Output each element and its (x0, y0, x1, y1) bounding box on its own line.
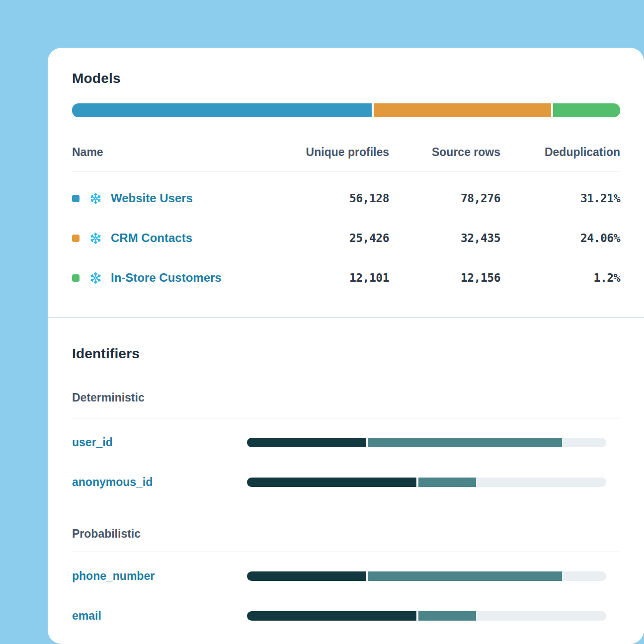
identifier-coverage-bar (247, 571, 606, 581)
deduplication-value: 24.06% (500, 232, 620, 244)
identifier-coverage-bar (247, 611, 606, 621)
model-distribution-bar (72, 103, 620, 117)
group-divider (72, 552, 620, 552)
unique-profiles-value: 25,426 (290, 232, 389, 244)
models-table-header: Name Unique profiles Source rows Dedupli… (72, 144, 620, 160)
identifier-row: anonymous_id (72, 462, 620, 502)
column-header-name: Name (72, 144, 290, 160)
model-name-link[interactable]: CRM Contacts (111, 231, 192, 245)
distribution-segment-website-users (72, 103, 372, 117)
coverage-primary-segment (247, 478, 416, 487)
identifier-row: user_id (72, 422, 620, 462)
identifier-name-link[interactable]: user_id (72, 436, 247, 449)
page-background: { "page": { "background_color": "#8ccdee… (0, 0, 644, 644)
identifier-coverage-bar (247, 478, 606, 487)
identifier-row: phone_number (72, 556, 620, 596)
identifier-name-link[interactable]: email (72, 609, 247, 623)
group-divider (72, 418, 620, 418)
group-heading-probabilistic: Probabilistic (72, 527, 620, 541)
column-header-unique-profiles: Unique profiles (290, 144, 389, 160)
models-section-title: Models (72, 70, 620, 87)
model-name-cell: In-Store Customers (72, 271, 290, 285)
legend-swatch (72, 274, 80, 282)
table-row: Website Users 56,128 78,276 31.21% (72, 178, 620, 218)
column-header-source-rows: Source rows (389, 144, 500, 160)
deduplication-value: 31.21% (500, 192, 620, 205)
identifier-coverage-bar (247, 438, 606, 447)
identifier-row: email (72, 596, 620, 636)
unique-profiles-value: 12,101 (290, 271, 389, 284)
table-row: In-Store Customers 12,101 12,156 1.2% (72, 258, 620, 298)
snowflake-icon (89, 232, 102, 245)
distribution-segment-in-store-customers (553, 103, 620, 117)
source-rows-value: 78,276 (389, 192, 500, 205)
identifiers-section-title: Identifiers (72, 345, 620, 363)
coverage-primary-segment (247, 438, 366, 447)
unique-profiles-value: 56,128 (290, 192, 389, 205)
source-rows-value: 32,435 (389, 232, 500, 244)
model-name-link[interactable]: Website Users (111, 191, 193, 205)
coverage-primary-segment (247, 611, 416, 621)
snowflake-icon (89, 192, 102, 205)
identifier-name-link[interactable]: phone_number (72, 569, 247, 583)
identifier-name-link[interactable]: anonymous_id (72, 476, 247, 489)
coverage-secondary-segment (368, 571, 562, 581)
coverage-secondary-segment (418, 611, 476, 621)
coverage-secondary-segment (368, 438, 562, 447)
source-rows-value: 12,156 (389, 271, 500, 284)
table-header-divider (72, 171, 620, 171)
model-name-link[interactable]: In-Store Customers (111, 271, 222, 285)
deduplication-value: 1.2% (500, 271, 620, 284)
coverage-secondary-segment (418, 478, 476, 487)
model-name-cell: Website Users (72, 191, 290, 205)
distribution-segment-crm-contacts (374, 103, 551, 117)
table-row: CRM Contacts 25,426 32,435 24.06% (72, 218, 620, 258)
model-name-cell: CRM Contacts (72, 231, 290, 245)
legend-swatch (72, 195, 80, 202)
legend-swatch (72, 235, 80, 242)
group-heading-deterministic: Deterministic (72, 391, 620, 404)
snowflake-icon (89, 271, 102, 285)
profiles-overview-card: Models Name Unique profiles Source rows … (48, 48, 644, 644)
coverage-primary-segment (247, 571, 366, 581)
column-header-deduplication: Deduplication (500, 144, 620, 160)
